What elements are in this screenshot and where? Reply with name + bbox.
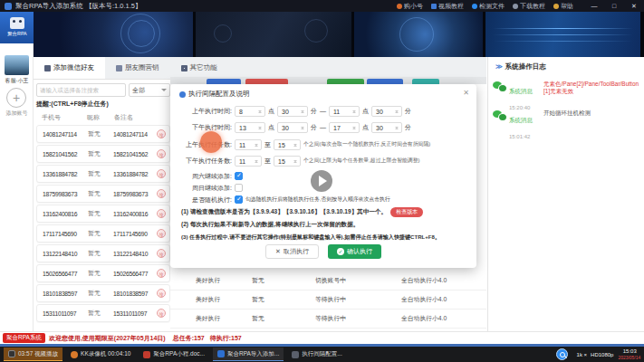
moments-icon — [116, 65, 122, 71]
delete-icon[interactable] — [157, 149, 166, 158]
sunday-checkbox[interactable] — [235, 184, 243, 192]
table-row[interactable]: 17117145690暂无17117145690 — [36, 224, 170, 243]
table-row[interactable]: 15311011097暂无15311011097 — [36, 304, 170, 322]
delete-icon[interactable] — [157, 209, 166, 218]
app-window: 聚合RPA导入添加系统 【版本号:1.0.1.5】 购小号 视频教程 检测文件 … — [0, 0, 644, 362]
minimize-button[interactable]: — — [584, 0, 604, 12]
delete-icon[interactable] — [157, 169, 166, 178]
license-text: 欢迎您使用,使用期限至(2027年05月14日) — [49, 334, 166, 343]
table-row[interactable]: 13361884782暂无13361884782 — [36, 165, 170, 183]
delete-icon[interactable] — [157, 229, 166, 238]
delete-icon[interactable] — [157, 129, 166, 138]
floating-magnifier-button[interactable] — [556, 348, 568, 360]
dialog-close-icon[interactable]: ✕ — [463, 89, 469, 97]
close-button[interactable]: ✕ — [624, 0, 644, 12]
taskbar-video-item[interactable]: 03:57 视频播放 — [4, 348, 62, 361]
phone-table: 14081247114暂无14081247114 15821041562暂无15… — [36, 125, 170, 331]
cart-icon — [397, 4, 402, 9]
resolution-badge: HD1080p — [591, 352, 613, 357]
tab-moments-marketing[interactable]: 朋友圈营销 — [105, 57, 170, 79]
status-bar: 聚合RPA系统 欢迎您使用,使用期限至(2027年05月14日) 总任务:157… — [0, 331, 644, 344]
left-sidebar: 聚合RPA 客服-小王 + 添加账号 — [0, 12, 34, 331]
volume-indicator[interactable]: 1k × — [577, 352, 588, 357]
table-row[interactable]: 18101838597暂无18101838597 — [36, 284, 170, 302]
log-panel-header: ≫系统操作日志 — [495, 62, 546, 71]
random-exec-checkbox-row: 是否随机执行: 勾选随机执行后将随机执行任务,否则按导入顺序依次点击执行 — [179, 194, 401, 205]
delete-icon[interactable] — [157, 289, 166, 298]
check-files-button[interactable]: 检测文件 — [472, 2, 505, 11]
morning-time-row: 上午执行时间: 8点 30分 — 11点 30分 — [179, 105, 411, 117]
video-tutorial-button[interactable]: 视频教程 — [431, 2, 464, 11]
check-version-button[interactable]: 检查版本 — [390, 207, 423, 217]
video-play-button[interactable] — [311, 170, 332, 192]
app-logo-icon — [5, 3, 12, 10]
exec-row[interactable]: 美好执行暂无等待执行中全自动执行小4.0 — [170, 310, 486, 329]
account-name: 客服-小王 — [1, 77, 32, 84]
add-account-button[interactable]: + — [6, 88, 26, 108]
tab-other-functions[interactable]: 其它功能 — [170, 57, 228, 79]
grid-icon — [181, 65, 187, 71]
confirm-execution-button[interactable]: ✓确认执行 — [328, 244, 381, 259]
banner-image-ai-globe — [34, 12, 193, 57]
saturday-checkbox-row: 周六继续添加: — [179, 170, 243, 182]
morning-end-hour-stepper[interactable]: 11 — [329, 106, 360, 117]
cancel-execution-button[interactable]: ✕取消执行 — [265, 244, 319, 259]
table-row[interactable]: 15026566477暂无15026566477 — [36, 264, 170, 282]
banner-image-robots — [196, 12, 351, 57]
table-row[interactable]: 18759983673暂无18759983673 — [36, 185, 170, 203]
download-tutorial-button[interactable]: 下载教程 — [513, 2, 545, 11]
video-doc-icon — [431, 4, 437, 9]
os-taskbar: 03:57 视频播放 KK录像机 00:04:10 聚合RPA小程.doc...… — [0, 347, 644, 362]
log-entry: 系统消息15:01:42 开始循环挂机检测 — [493, 110, 642, 142]
afternoon-end-minute-stepper[interactable]: 30 — [371, 122, 402, 133]
dialog-title: 执行间隔配置及说明 — [179, 90, 250, 99]
taskbar-word-item[interactable]: 聚合RPA小程.doc... — [139, 348, 209, 361]
delete-icon[interactable] — [157, 249, 166, 258]
taskbar-clock[interactable]: 15:032023/05/14 — [617, 348, 642, 361]
gear-icon — [179, 91, 186, 98]
brand-logo: 聚合RPA — [0, 12, 34, 43]
morning-start-hour-stepper[interactable]: 8 — [235, 106, 265, 117]
filter-row: 请输入或选择备注搜索 全部 — [36, 83, 170, 97]
delete-icon[interactable] — [157, 189, 166, 198]
banner-image-network-wave — [485, 12, 640, 57]
exec-row[interactable]: 美好执行暂无切换账号中全自动执行小4.0 — [170, 272, 486, 291]
afternoon-task-min-stepper[interactable]: 11 — [235, 156, 262, 167]
table-row[interactable]: 14081247114暂无14081247114 — [36, 125, 170, 143]
taskbar-rpa-item[interactable]: 聚合RPA导入添加... — [213, 348, 284, 361]
buy-account-button[interactable]: 购小号 — [397, 2, 423, 11]
x-icon: ✕ — [275, 248, 281, 255]
account-avatar[interactable] — [5, 55, 29, 75]
afternoon-end-hour-stepper[interactable]: 17 — [329, 122, 360, 133]
window-icon — [292, 351, 299, 358]
morning-end-minute-stepper[interactable]: 30 — [371, 106, 402, 117]
log-entry: 系统消息15:20:40 元素色/Pane[2]/Pane/ToolBar/Bu… — [493, 81, 642, 113]
table-row[interactable]: 13162400816暂无13162400816 — [36, 205, 170, 223]
morning-start-minute-stepper[interactable]: 30 — [277, 106, 308, 117]
double-chevron-icon[interactable]: ≫ — [495, 62, 503, 71]
maximize-button[interactable]: □ — [604, 0, 624, 12]
random-exec-checkbox[interactable] — [235, 195, 243, 204]
title-bar: 聚合RPA导入添加系统 【版本号:1.0.1.5】 购小号 视频教程 检测文件 … — [0, 0, 644, 12]
taskbar-recorder-item[interactable]: KK录像机 00:04:10 — [66, 348, 135, 361]
saturday-checkbox[interactable] — [235, 172, 243, 180]
search-input[interactable]: 请输入或选择备注搜索 — [36, 83, 126, 97]
delete-icon[interactable] — [157, 269, 166, 278]
afternoon-start-minute-stepper[interactable]: 30 — [277, 122, 308, 133]
dialog-note-1: (1) 请检查微信版本是否为【3.9.9.43】【3.9.10.16】【3.9.… — [181, 207, 423, 217]
add-account-label: 添加账号 — [1, 110, 32, 117]
taskbar-dialog-item[interactable]: 执行间隔配置... — [287, 348, 346, 361]
wechat-message-icon — [493, 110, 505, 120]
morning-task-max-stepper[interactable]: 15 — [274, 139, 301, 150]
morning-task-min-stepper[interactable]: 11 — [235, 139, 262, 150]
table-row[interactable]: 15821041562暂无15821041562 — [36, 145, 170, 163]
afternoon-task-max-stepper[interactable]: 15 — [274, 156, 301, 167]
filter-select[interactable]: 全部 — [129, 83, 170, 97]
delete-icon[interactable] — [157, 309, 166, 318]
help-button[interactable]: 帮助 — [553, 2, 573, 11]
exec-row[interactable]: 美好执行暂无等待执行中全自动执行小4.0 — [170, 291, 486, 310]
afternoon-start-hour-stepper[interactable]: 13 — [235, 122, 265, 133]
tab-add-wechat-friends[interactable]: 添加微信好友 — [34, 57, 105, 79]
table-row[interactable]: 13122148410暂无13122148410 — [36, 244, 170, 262]
wechat-friend-icon — [44, 65, 51, 71]
